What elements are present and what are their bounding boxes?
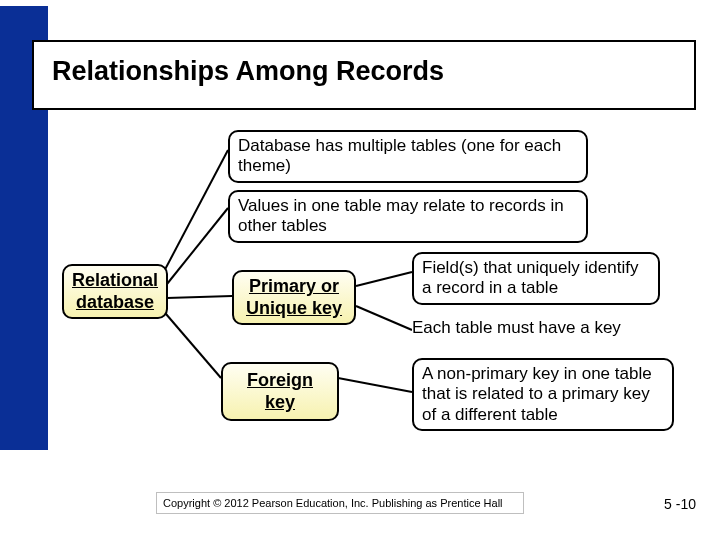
primary-key-line1: Primary or (249, 276, 339, 296)
page-number: 5 -10 (664, 496, 696, 512)
box-multiple-tables: Database has multiple tables (one for ea… (228, 130, 588, 183)
primary-key-line2: Unique key (246, 298, 342, 318)
box-values-relate: Values in one table may relate to record… (228, 190, 588, 243)
box-relational-database: Relational database (62, 264, 168, 319)
copyright-footer: Copyright © 2012 Pearson Education, Inc.… (156, 492, 524, 514)
diagram-canvas: Database has multiple tables (one for ea… (0, 0, 720, 540)
box-nonprimary: A non-primary key in one table that is r… (412, 358, 674, 431)
box-must-have-key: Each table must have a key (412, 316, 674, 340)
box-foreign-key: Foreign key (221, 362, 339, 421)
relational-db-line1: Relational (72, 270, 158, 290)
box-field-unique: Field(s) that uniquely identify a record… (412, 252, 660, 305)
box-primary-key: Primary or Unique key (232, 270, 356, 325)
relational-db-line2: database (76, 292, 154, 312)
